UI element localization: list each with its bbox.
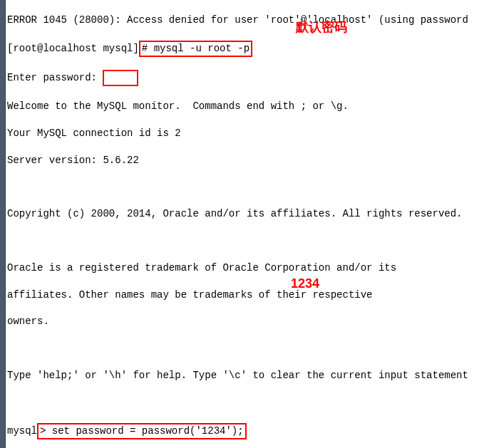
blank-line (7, 342, 499, 355)
shell-prompt: [root@localhost mysql] (7, 43, 139, 54)
blank-line (7, 396, 499, 410)
mysql-prompt: mysql (7, 425, 37, 437)
trademark-line-2: affiliates. Other names may be trademark… (7, 288, 499, 302)
shell-prompt-line: [root@localhost mysql]# mysql -u root -p (7, 41, 499, 57)
error-line: ERROR 1045 (28000): Access denied for us… (7, 14, 499, 27)
blank-line (7, 234, 499, 248)
terminal-output: ERROR 1045 (28000): Access denied for us… (7, 0, 499, 448)
password-prompt-line: Enter password: (7, 70, 499, 86)
trademark-line-3: owners. (7, 315, 499, 328)
blank-line (7, 181, 499, 194)
mysql-cmd-line[interactable]: mysql> set password = password('1234'); (7, 423, 499, 439)
conn-id-line: Your MySQL connection id is 2 (7, 127, 499, 140)
server-version-line: Server version: 5.6.22 (7, 154, 499, 167)
highlight-set-password: > set password = password('1234'); (37, 423, 247, 439)
highlight-mysql-login-1: # mysql -u root -p (139, 41, 252, 57)
copyright-line: Copyright (c) 2000, 2014, Oracle and/or … (7, 207, 499, 221)
password-prompt: Enter password: (7, 72, 97, 83)
welcome-line: Welcome to the MySQL monitor. Commands e… (7, 100, 499, 113)
editor-gutter (0, 0, 6, 448)
highlight-password-empty-1 (103, 70, 138, 86)
help-line: Type 'help;' or '\h' for help. Type '\c'… (7, 369, 499, 382)
trademark-line-1: Oracle is a registered trademark of Orac… (7, 261, 499, 275)
annotation-default-password: 默认密码 (296, 19, 347, 36)
annotation-1234: 1234 (291, 275, 319, 292)
